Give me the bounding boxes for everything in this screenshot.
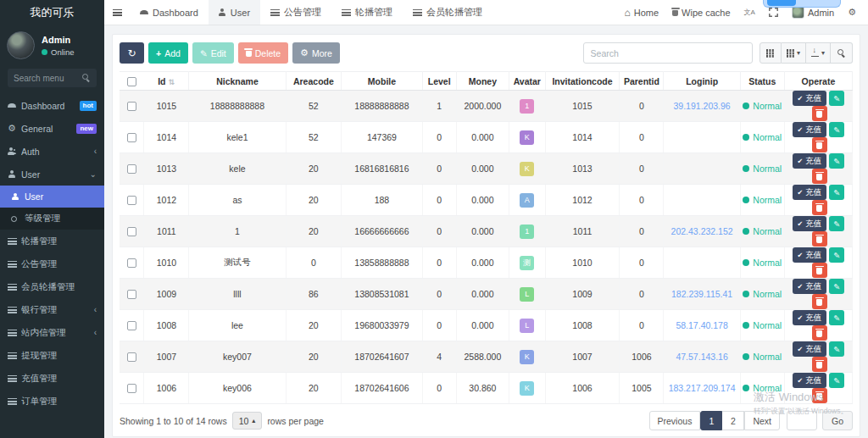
sidebar-item-dashboard[interactable]: Dashboardhot xyxy=(0,94,104,117)
avatar[interactable]: 1 xyxy=(520,99,534,114)
row-delete-button[interactable] xyxy=(812,263,827,278)
tab-轮播管理[interactable]: 轮播管理 xyxy=(331,0,403,25)
loginip-link[interactable]: 47.57.143.16 xyxy=(676,352,727,362)
home-link[interactable]: ⌂ Home xyxy=(618,0,666,25)
sidebar-item-充值管理[interactable]: 充值管理 xyxy=(0,367,104,390)
row-delete-button[interactable] xyxy=(812,294,827,309)
notification-pill[interactable] xyxy=(763,0,841,8)
refresh-button[interactable]: ↻ xyxy=(120,42,144,64)
loginip-link[interactable]: 58.17.40.178 xyxy=(676,320,727,330)
row-checkbox[interactable] xyxy=(127,196,136,205)
row-delete-button[interactable] xyxy=(812,169,827,184)
loginip-link[interactable]: 183.217.209.174 xyxy=(669,383,736,393)
avatar[interactable]: K xyxy=(520,130,534,145)
recharge-button[interactable]: ✔充值 xyxy=(793,310,827,325)
sidebar-search-input[interactable] xyxy=(14,74,82,83)
search-icon[interactable] xyxy=(82,74,91,82)
row-checkbox[interactable] xyxy=(127,164,136,174)
recharge-button[interactable]: ✔充值 xyxy=(793,153,827,169)
row-checkbox[interactable] xyxy=(127,321,136,330)
wipe-cache-button[interactable]: Wipe cache xyxy=(665,0,737,25)
export-button[interactable]: ▾ xyxy=(806,42,831,64)
column-header-loginip[interactable]: Loginip xyxy=(664,72,740,91)
page-button-2[interactable]: 2 xyxy=(722,411,744,430)
avatar[interactable]: K xyxy=(520,162,534,176)
advanced-search-button[interactable] xyxy=(831,42,853,64)
column-header-level[interactable]: Level xyxy=(422,72,456,91)
avatar[interactable]: K xyxy=(520,350,534,364)
sidebar-item-订单管理[interactable]: 订单管理 xyxy=(0,390,104,413)
user-avatar[interactable] xyxy=(7,31,35,59)
page-size-dropdown[interactable]: 10▴ xyxy=(232,412,263,430)
row-edit-button[interactable]: ✎ xyxy=(829,216,844,231)
sidebar-item-user[interactable]: User⌄ xyxy=(0,163,104,186)
avatar[interactable]: L xyxy=(520,287,534,302)
sidebar-item-general[interactable]: ⚙ Generalnew xyxy=(0,117,104,140)
row-edit-button[interactable]: ✎ xyxy=(829,247,844,263)
delete-button[interactable]: Delete xyxy=(238,42,288,64)
table-search-input[interactable] xyxy=(583,42,753,64)
row-edit-button[interactable]: ✎ xyxy=(829,122,844,137)
row-checkbox[interactable] xyxy=(127,352,136,362)
row-edit-button[interactable]: ✎ xyxy=(829,373,844,388)
hamburger-icon[interactable] xyxy=(104,0,130,25)
row-edit-button[interactable]: ✎ xyxy=(829,341,844,357)
add-button[interactable]: +Add xyxy=(148,42,188,64)
loginip-link[interactable]: 202.43.232.152 xyxy=(671,226,733,236)
language-button[interactable]: 文A xyxy=(737,0,762,25)
edit-button[interactable]: ✎Edit xyxy=(192,42,234,64)
row-delete-button[interactable] xyxy=(812,357,827,372)
tab-会员轮播管理[interactable]: 会员轮播管理 xyxy=(403,0,492,25)
column-header-invitationcode[interactable]: Invitationcode xyxy=(545,72,620,91)
tab-dashboard[interactable]: Dashboard xyxy=(130,0,209,25)
recharge-button[interactable]: ✔充值 xyxy=(793,91,827,106)
column-header-avatar[interactable]: Avatar xyxy=(509,72,545,91)
column-header-nickname[interactable]: Nickname xyxy=(189,72,286,91)
column-header-operate[interactable]: Operate xyxy=(784,72,852,91)
avatar[interactable]: A xyxy=(520,193,534,208)
avatar[interactable]: 1 xyxy=(520,225,534,239)
columns-button[interactable]: ▾ xyxy=(782,42,806,64)
sidebar-item-轮播管理[interactable]: 轮播管理 xyxy=(0,230,104,252)
sidebar-item-银行管理[interactable]: 银行管理‹ xyxy=(0,298,104,321)
avatar[interactable]: 测 xyxy=(520,256,534,270)
recharge-button[interactable]: ✔充值 xyxy=(793,247,827,263)
toggle-view-button[interactable] xyxy=(760,42,782,64)
column-header-money[interactable]: Money xyxy=(456,72,509,91)
recharge-button[interactable]: ✔充值 xyxy=(793,341,827,357)
recharge-button[interactable]: ✔充值 xyxy=(793,216,827,231)
settings-button[interactable]: ⚙ xyxy=(841,0,863,25)
row-delete-button[interactable] xyxy=(812,325,827,341)
avatar[interactable]: K xyxy=(520,381,534,396)
column-header-mobile[interactable]: Mobile xyxy=(342,72,422,91)
sidebar-item-user[interactable]: User xyxy=(0,186,104,208)
recharge-button[interactable]: ✔充值 xyxy=(793,122,827,137)
sidebar-item-提现管理[interactable]: 提现管理 xyxy=(0,344,104,367)
row-checkbox[interactable] xyxy=(127,258,136,268)
recharge-button[interactable]: ✔充值 xyxy=(793,185,827,200)
row-checkbox[interactable] xyxy=(127,133,136,142)
row-checkbox[interactable] xyxy=(127,290,136,299)
column-header-parentid[interactable]: Parentid xyxy=(620,72,664,91)
row-delete-button[interactable] xyxy=(812,200,827,215)
sidebar-item-站内信管理[interactable]: 站内信管理‹ xyxy=(0,321,104,344)
row-delete-button[interactable] xyxy=(812,137,827,152)
page-button-1[interactable]: 1 xyxy=(700,411,722,430)
row-checkbox[interactable] xyxy=(127,384,136,393)
tab-user[interactable]: User xyxy=(209,0,260,25)
sidebar-item-会员轮播管理[interactable]: 会员轮播管理 xyxy=(0,275,104,298)
avatar[interactable]: L xyxy=(520,319,534,333)
row-edit-button[interactable]: ✎ xyxy=(829,153,844,169)
row-edit-button[interactable]: ✎ xyxy=(829,310,844,325)
column-header-id[interactable]: Id⇅ xyxy=(144,72,189,91)
more-button[interactable]: ⚙More xyxy=(292,42,340,64)
select-all-checkbox[interactable] xyxy=(127,77,136,86)
row-delete-button[interactable] xyxy=(812,106,827,121)
row-edit-button[interactable]: ✎ xyxy=(829,185,844,200)
row-checkbox[interactable] xyxy=(127,102,136,111)
tab-公告管理[interactable]: 公告管理 xyxy=(260,0,331,25)
sidebar-item-auth[interactable]: Auth‹ xyxy=(0,140,104,163)
row-edit-button[interactable]: ✎ xyxy=(829,279,844,294)
sidebar-item-等级管理[interactable]: 等级管理 xyxy=(0,208,104,230)
row-delete-button[interactable] xyxy=(812,231,827,247)
